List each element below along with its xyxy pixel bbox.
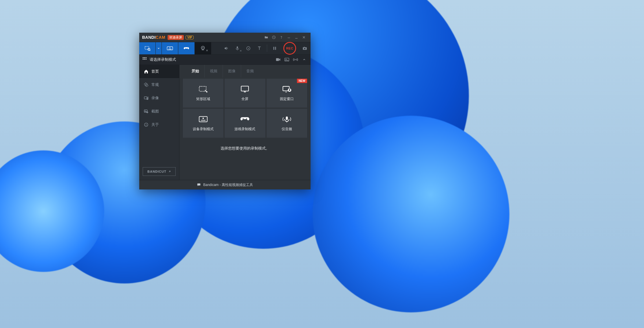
logo-text-b: CAM [156, 35, 165, 40]
mode-label: 固定窗口 [280, 97, 294, 102]
mode-grid: 矩形区域 全屏 NEW 固定窗口 HDMI 设备录制模式 游戏录制模式 [179, 78, 311, 138]
svg-point-36 [146, 124, 146, 124]
help-button[interactable] [278, 34, 285, 41]
mode-fullscreen[interactable]: 全屏 [225, 79, 265, 108]
cursor-effect-toggle[interactable] [245, 45, 252, 52]
svg-point-3 [289, 38, 289, 38]
svg-point-49 [246, 118, 247, 119]
svg-point-29 [295, 59, 296, 60]
sidebar-item-about[interactable]: 关于 [139, 118, 179, 131]
svg-rect-15 [274, 47, 274, 50]
svg-point-12 [202, 47, 203, 48]
tab-label: 视频 [210, 69, 217, 74]
pause-button[interactable] [271, 45, 278, 52]
video-indicator-icon[interactable] [275, 58, 281, 61]
broadcast-indicator-icon[interactable] [293, 58, 298, 61]
close-button[interactable] [300, 34, 308, 41]
mode-label: 全屏 [241, 97, 248, 102]
screen-mode-dropdown[interactable] [156, 42, 162, 54]
text-overlay-toggle[interactable] [256, 45, 263, 52]
svg-rect-13 [237, 46, 238, 49]
svg-point-10 [187, 48, 188, 48]
svg-point-7 [170, 47, 170, 48]
desktop-wallpaper [0, 0, 644, 328]
sidebar-item-label: 关于 [151, 122, 159, 127]
minimize-button[interactable] [293, 34, 300, 41]
bandicut-label: BANDICUT [147, 170, 166, 173]
disabled-x-icon: ✕ [240, 49, 242, 52]
app-logo: BANDICAM [142, 35, 165, 40]
screen-mode-button[interactable] [139, 42, 156, 54]
app-window: BANDICAM 班迪录屏 VIP HDMI [139, 33, 311, 189]
open-folder-button[interactable] [263, 34, 270, 41]
logo-text-a: BANDI [142, 35, 156, 40]
mic-toggle[interactable]: ✕ [234, 45, 241, 52]
screenshot-button[interactable] [301, 45, 308, 52]
image-indicator-icon[interactable] [284, 58, 290, 61]
device-mode-button[interactable]: HDMI [162, 42, 178, 54]
svg-text:HDMI: HDMI [201, 119, 206, 121]
svg-rect-44 [289, 89, 290, 91]
status-text: 请选择录制模式 [150, 57, 176, 62]
svg-rect-21 [144, 57, 145, 58]
mode-device[interactable]: HDMI 设备录制模式 [183, 109, 223, 138]
svg-rect-30 [144, 97, 147, 99]
hint-text: 选择您想要使用的录制模式。 [179, 138, 311, 159]
logo-subtitle: 班迪录屏 [168, 35, 184, 40]
sidebar-item-home[interactable]: 首页 [139, 65, 179, 78]
svg-point-46 [203, 117, 204, 119]
mode-game[interactable]: 游戏录制模式 [225, 109, 265, 138]
new-badge: NEW [297, 79, 307, 83]
svg-rect-19 [304, 47, 305, 47]
svg-text:HDMI: HDMI [168, 48, 172, 50]
svg-rect-23 [143, 59, 144, 60]
disabled-x-icon: ✕ [206, 49, 208, 52]
svg-rect-25 [146, 59, 146, 60]
footer: Bandicam - 高性能视频捕捉工具 [139, 180, 311, 189]
sidebar-item-general[interactable]: 常规 [139, 78, 179, 91]
tab-start[interactable]: 开始 [186, 65, 205, 78]
speaker-toggle[interactable] [223, 45, 230, 52]
collapse-button[interactable] [301, 58, 307, 61]
sidebar-item-label: 常规 [151, 82, 159, 87]
svg-rect-37 [146, 124, 146, 126]
tab-label: 音频 [246, 69, 254, 74]
webcam-toggle[interactable]: ✕ [195, 42, 211, 54]
svg-point-48 [243, 118, 244, 119]
mode-label: 设备录制模式 [193, 127, 214, 132]
titlebar: BANDICAM 班迪录屏 VIP [139, 33, 311, 42]
mode-fixed-window[interactable]: NEW 固定窗口 [267, 79, 307, 108]
content-area: 开始 视频 图像 音频 矩形区域 全屏 NEW 固定窗口 [179, 65, 311, 180]
svg-rect-40 [244, 91, 246, 92]
svg-rect-50 [286, 116, 288, 120]
svg-rect-39 [241, 86, 249, 91]
bandicut-button[interactable]: BANDICUT [143, 167, 176, 176]
svg-rect-24 [144, 59, 145, 60]
game-mode-button[interactable] [178, 42, 195, 54]
tabs: 开始 视频 图像 音频 [179, 65, 311, 78]
mode-label: 矩形区域 [196, 97, 210, 102]
sidebar-item-video[interactable]: 录像 [139, 91, 179, 105]
schedule-button[interactable] [270, 34, 278, 41]
mode-label: 仅音频 [282, 127, 292, 132]
tab-video[interactable]: 视频 [205, 65, 223, 78]
tab-image[interactable]: 图像 [223, 65, 241, 78]
svg-point-18 [304, 48, 306, 49]
tab-label: 开始 [192, 69, 199, 74]
vip-badge: VIP [186, 36, 194, 39]
sidebar-item-label: 录像 [151, 95, 159, 101]
svg-rect-51 [197, 183, 201, 185]
svg-point-9 [185, 48, 186, 48]
compact-mode-button[interactable] [285, 34, 293, 41]
tab-audio[interactable]: 音频 [241, 65, 259, 78]
record-button[interactable]: REC [283, 42, 296, 55]
tab-label: 图像 [228, 69, 236, 74]
svg-rect-26 [276, 58, 279, 61]
mode-label: 游戏录制模式 [234, 127, 255, 132]
mode-audio-only[interactable]: 仅音频 [267, 109, 307, 138]
sidebar-item-image[interactable]: 截图 [139, 105, 179, 118]
svg-rect-4 [145, 47, 149, 49]
sidebar-item-label: 截图 [151, 109, 159, 114]
mode-rectangle[interactable]: 矩形区域 [183, 79, 223, 108]
sidebar-item-label: 首页 [151, 69, 159, 74]
